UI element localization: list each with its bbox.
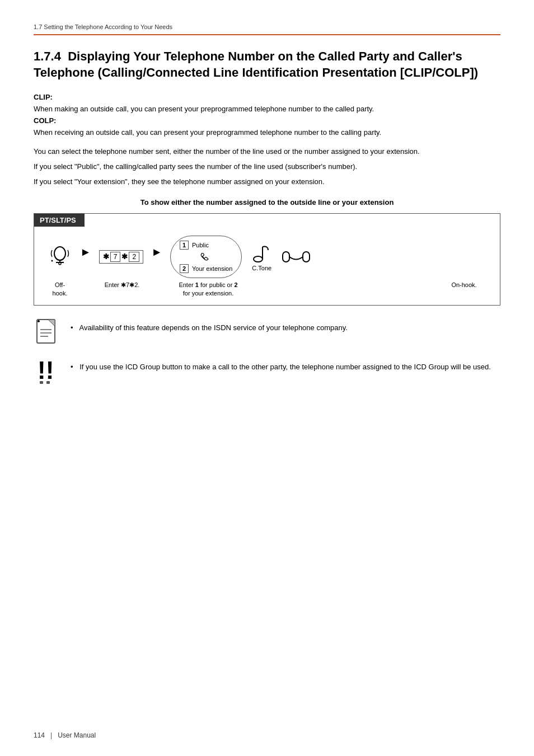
colp-label: COLP: <box>34 116 56 125</box>
key-sequence: ✱ 7 ✱ 2 <box>99 250 143 264</box>
note-info-icon <box>34 319 62 347</box>
svg-point-0 <box>54 247 65 260</box>
note-1-content: • Availability of this feature depends o… <box>71 319 348 334</box>
clip-text: When making an outside call, you can pre… <box>34 105 374 113</box>
key-star1: ✱ <box>103 252 109 261</box>
ctone-icon <box>252 242 271 264</box>
svg-point-4 <box>51 260 53 261</box>
choice-1-label: Public <box>192 242 209 248</box>
svg-text:!!: !! <box>38 358 54 384</box>
section-title-text: Displaying Your Telephone Number on the … <box>34 49 478 79</box>
note-1: • Availability of this feature depends o… <box>34 319 500 347</box>
arrow1: ► <box>72 246 99 267</box>
diagram-box: PT/SLT/PS <box>34 213 500 306</box>
choice-2-num: 2 <box>180 264 189 273</box>
key-2: 2 <box>129 252 139 262</box>
diagram-labels-row: Off-hook. Enter ✱7✱2. Enter 1 for public… <box>34 280 500 305</box>
svg-rect-8 <box>303 252 310 262</box>
offhook-step <box>48 245 72 269</box>
note-warning-icon: !! <box>34 358 62 386</box>
para1: You can select the telephone number sent… <box>34 146 500 158</box>
page: 1.7 Setting the Telephone According to Y… <box>0 0 534 756</box>
svg-rect-17 <box>46 381 50 384</box>
section-number: 1.7.4 <box>34 49 61 63</box>
label-onhook: On-hook. <box>442 280 486 297</box>
colp-text: When receiving an outside call, you can … <box>34 128 381 137</box>
handset-icon-area <box>180 253 232 261</box>
page-number: 114 <box>34 731 45 739</box>
key-7: 7 <box>110 252 121 262</box>
ctone-label: C.Tone <box>252 265 271 271</box>
svg-rect-7 <box>283 252 289 262</box>
clip-section: CLIP: When making an outside call, you c… <box>34 92 500 138</box>
section-title: 1.7.4 Displaying Your Telephone Number o… <box>34 49 500 81</box>
label-offhook: Off-hook. <box>48 280 72 297</box>
svg-rect-16 <box>40 381 43 384</box>
note-2-text: If you use the ICD Group button to make … <box>79 363 491 371</box>
choice-step: 1 Public 2 Your extension <box>170 236 242 278</box>
clip-label: CLIP: <box>34 93 53 101</box>
arrow2: ► <box>143 246 170 267</box>
keyseq-step: ✱ 7 ✱ 2 <box>99 250 143 264</box>
choice-box: 1 Public 2 Your extension <box>170 236 242 278</box>
onhook-icon <box>282 246 311 267</box>
para3: If you select "Your extension", they see… <box>34 176 500 188</box>
choice-1-num: 1 <box>180 241 189 250</box>
note-2: !! • If you use the ICD Group button to … <box>34 358 500 386</box>
svg-point-3 <box>59 262 61 265</box>
choice-extension: 2 Your extension <box>180 264 232 273</box>
handset-icon <box>200 253 212 261</box>
diagram-icons-row: ► ✱ 7 ✱ 2 ► 1 Public <box>34 227 500 280</box>
svg-point-14 <box>38 320 40 322</box>
offhook-icon <box>48 245 72 269</box>
onhook-step <box>282 246 311 267</box>
key-star2: ✱ <box>121 252 128 261</box>
para2: If you select "Public", the calling/call… <box>34 161 500 173</box>
footer-label: User Manual <box>58 731 96 739</box>
label-keyseq: Enter ✱7✱2. <box>97 280 147 297</box>
diagram-header: PT/SLT/PS <box>34 214 500 227</box>
svg-point-5 <box>254 256 263 262</box>
choice-2-label: Your extension <box>192 265 232 272</box>
ctone-step: C.Tone <box>252 242 271 271</box>
page-footer: 114 | User Manual <box>34 731 96 739</box>
subsection-heading: To show either the number assigned to th… <box>34 198 500 206</box>
breadcrumb-bar: 1.7 Setting the Telephone According to Y… <box>34 22 500 35</box>
svg-marker-10 <box>48 320 55 326</box>
label-choice: Enter 1 for public or 2for your extensio… <box>172 280 245 297</box>
choice-public: 1 Public <box>180 241 232 250</box>
breadcrumb: 1.7 Setting the Telephone According to Y… <box>34 24 172 30</box>
note-1-text: Availability of this feature depends on … <box>79 323 347 332</box>
note-2-content: • If you use the ICD Group button to mak… <box>71 358 491 373</box>
